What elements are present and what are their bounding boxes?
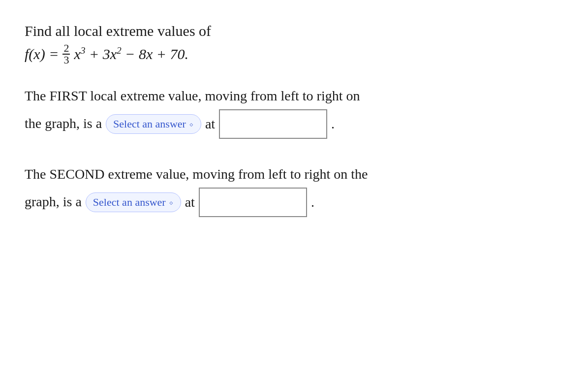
q1-text-before-label: The FIRST local extreme value, moving fr…: [25, 88, 360, 103]
fraction-numerator: 2: [62, 43, 70, 55]
problem-section: Find all local extreme values of f(x) = …: [25, 20, 563, 80]
q1-at-label: at: [205, 116, 215, 132]
answer-input-2[interactable]: [199, 188, 307, 217]
function-label: f(x) =: [25, 44, 59, 64]
function-terms: x3 + 3x2 − 8x + 70.: [74, 44, 188, 64]
math-expression: f(x) = 2 3 x3 + 3x2 − 8x + 70.: [25, 43, 188, 65]
q2-text-before-label: The SECOND extreme value, moving from le…: [25, 166, 368, 182]
q1-inline-start: the graph, is a: [25, 113, 102, 135]
question-block-1: The FIRST local extreme value, moving fr…: [25, 85, 563, 139]
answer-input-1[interactable]: [219, 109, 327, 139]
select-answer-1-dropdown[interactable]: Select an answer ⬦: [106, 114, 201, 134]
fraction-denominator: 3: [62, 55, 70, 65]
intro-text: Find all local extreme values of: [25, 20, 563, 42]
q2-at-label: at: [185, 194, 195, 210]
fraction: 2 3: [62, 43, 70, 65]
q2-inline-start: graph, is a: [25, 191, 82, 213]
select-answer-2-dropdown[interactable]: Select an answer ⬦: [86, 192, 181, 212]
q2-period: .: [311, 194, 314, 210]
function-line: f(x) = 2 3 x3 + 3x2 − 8x + 70.: [25, 43, 563, 65]
question1-text-before: The FIRST local extreme value, moving fr…: [25, 85, 563, 107]
select-answer-1-label: Select an answer: [113, 118, 186, 130]
chevron-updown-icon-1: ⬦: [189, 120, 194, 128]
question2-inline: graph, is a Select an answer ⬦ at .: [25, 188, 563, 217]
select-answer-2-label: Select an answer: [93, 196, 166, 209]
page-container: Find all local extreme values of f(x) = …: [0, 0, 588, 382]
question-block-2: The SECOND extreme value, moving from le…: [25, 163, 563, 217]
q1-period: .: [331, 116, 335, 132]
question1-inline: the graph, is a Select an answer ⬦ at .: [25, 109, 563, 139]
chevron-updown-icon-2: ⬦: [169, 198, 174, 207]
question2-text-before: The SECOND extreme value, moving from le…: [25, 163, 563, 186]
